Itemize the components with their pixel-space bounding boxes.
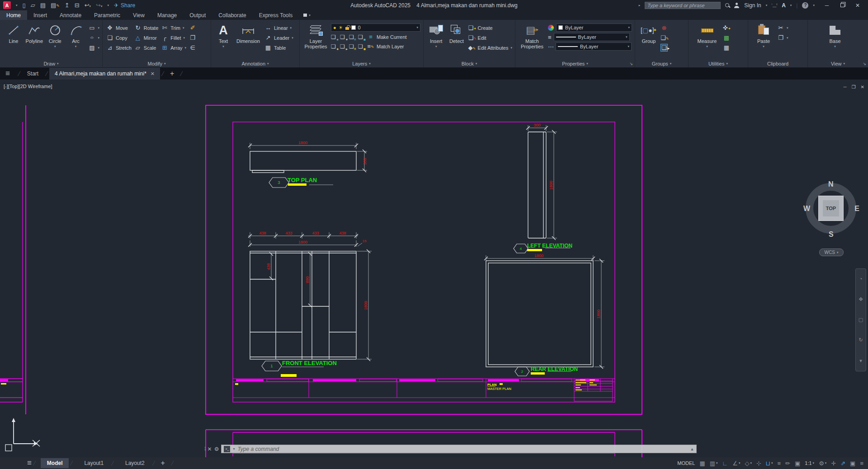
search-icon[interactable]: [725, 3, 729, 7]
dimension-button[interactable]: Dimension: [234, 22, 262, 58]
layer-dropdown[interactable]: ● ☀ 0 ▾: [331, 23, 420, 32]
tab-annotate[interactable]: Annotate: [53, 10, 88, 20]
model-tab[interactable]: Model: [41, 458, 69, 468]
tab-output[interactable]: Output: [183, 10, 212, 20]
layer-thaw-icon[interactable]: ❏▸: [340, 43, 347, 50]
edit-attributes-button[interactable]: ◆✎Edit Attributes▾: [468, 43, 512, 52]
ribbon-display-toggle[interactable]: ▾: [299, 10, 315, 20]
layer-isolate-icon[interactable]: ❏●: [331, 34, 338, 40]
object-color-dropdown[interactable]: ByLayer▾: [556, 23, 632, 32]
ellipse-tool-button[interactable]: ○▾: [89, 33, 100, 42]
layer-freeze-icon[interactable]: ❏✳: [349, 34, 356, 40]
document-tab[interactable]: 4 Almari,meja makan dan rumah mini* ✕: [49, 68, 160, 80]
file-tabs-menu-icon[interactable]: ≡: [0, 69, 16, 78]
view-cube[interactable]: N W E S TOP: [804, 182, 859, 237]
command-customize-wrench-icon[interactable]: ⚙: [214, 446, 219, 452]
autocad-app-logo[interactable]: A: [3, 1, 11, 9]
isometric-drafting-icon[interactable]: ◇▾: [745, 460, 752, 467]
signin-caret-icon[interactable]: ▾: [766, 4, 768, 7]
explode-button[interactable]: ❐: [189, 33, 196, 42]
search-input[interactable]: [645, 2, 721, 9]
measure-button[interactable]: Measure▾: [695, 22, 719, 58]
start-tab[interactable]: Start: [22, 68, 44, 80]
restore-button[interactable]: [835, 0, 850, 10]
detect-button[interactable]: Detect: [448, 22, 465, 58]
compass-east[interactable]: E: [854, 205, 859, 213]
polar-tracking-icon[interactable]: ∠▾: [732, 460, 740, 467]
layer-lock-tool-icon[interactable]: ❏■: [358, 34, 365, 40]
command-prompt-icon[interactable]: >_: [224, 446, 230, 452]
document-tab-close-icon[interactable]: ✕: [151, 71, 155, 77]
leader-button[interactable]: ↗Leader▾: [264, 33, 293, 42]
share-button[interactable]: ✈ Share: [114, 2, 135, 9]
object-snap-tracking-icon[interactable]: ⊹: [756, 460, 761, 467]
tab-view[interactable]: View: [127, 10, 151, 20]
compass-north[interactable]: N: [828, 180, 834, 188]
cut-clip-button[interactable]: ✂▾: [777, 23, 788, 32]
command-input-bar[interactable]: >_ ▾ Type a command ▲: [221, 445, 697, 453]
help-caret-icon[interactable]: ▾: [813, 4, 815, 7]
tab-insert[interactable]: Insert: [27, 10, 53, 20]
linetype-dropdown[interactable]: ByLayer▾: [556, 42, 632, 51]
panel-view-label[interactable]: View▾: [808, 61, 868, 66]
panel-clipboard-label[interactable]: Clipboard: [748, 61, 807, 66]
new-layout-button[interactable]: +: [156, 459, 170, 467]
layout2-tab[interactable]: Layout2: [119, 458, 151, 468]
orbit-icon[interactable]: ↻: [859, 337, 863, 343]
panel-properties-label[interactable]: Properties▾: [515, 61, 635, 66]
navigation-bar[interactable]: ◔ ✥ ▢ ↻ ▾: [855, 268, 866, 371]
undo-icon[interactable]: ↩▾: [85, 2, 91, 8]
copy-clip-button[interactable]: ❐▾: [777, 33, 788, 42]
workspace-gear-icon[interactable]: ⚙▾: [819, 460, 826, 467]
dynamic-input-icon[interactable]: ✏: [785, 460, 790, 467]
erase-button[interactable]: ✐: [189, 23, 196, 32]
annotation-scale-button[interactable]: 1:1▾: [805, 460, 814, 466]
make-current-button[interactable]: ≡Make Current: [367, 33, 407, 41]
command-input-placeholder[interactable]: Type a command: [237, 446, 279, 452]
panel-draw-label[interactable]: Draw▾: [0, 61, 102, 66]
new-drawing-tab-button[interactable]: +: [165, 70, 179, 78]
arc-tool-button[interactable]: Arc▾: [66, 22, 86, 58]
rotate-button[interactable]: ↻Rotate: [134, 23, 158, 32]
hardware-monitor-icon[interactable]: ▣: [850, 460, 855, 467]
navbar-more-icon[interactable]: ▾: [859, 358, 862, 364]
minimize-button[interactable]: ─: [819, 0, 835, 10]
circle-tool-button[interactable]: Circle▾: [45, 22, 65, 58]
fillet-button[interactable]: ╭Fillet▾: [161, 33, 186, 42]
pan-icon[interactable]: ✥: [859, 296, 863, 302]
annotation-monitor-icon[interactable]: ✛: [831, 460, 836, 467]
snap-mode-icon[interactable]: ▥▾: [710, 460, 718, 467]
panel-modify-label[interactable]: Modify▾: [103, 61, 211, 66]
model-space-canvas[interactable]: [-][Top][2D Wireframe] ─ ❐ ✕ N W E S TOP…: [0, 80, 868, 457]
panel-block-label[interactable]: Block▾: [424, 61, 515, 66]
tab-express-tools[interactable]: Express Tools: [253, 10, 299, 20]
open-folder-icon[interactable]: ▱: [31, 2, 35, 8]
command-history-icon[interactable]: ▲: [690, 447, 694, 451]
store-cart-icon[interactable]: [772, 4, 777, 7]
open-web-mobile-icon[interactable]: ↥: [65, 2, 70, 8]
grid-display-icon[interactable]: ▦: [699, 460, 705, 467]
insert-block-button[interactable]: Insert▾: [427, 22, 445, 58]
panel-layers-label[interactable]: Layers▾: [300, 61, 423, 66]
layer-off-icon[interactable]: ❏●: [331, 43, 338, 50]
group-button[interactable]: [▢●]✦ Group: [639, 22, 659, 58]
new-file-icon[interactable]: ▯: [23, 2, 26, 8]
close-button[interactable]: ✕: [850, 0, 865, 10]
rectangle-tool-button[interactable]: ▭▾: [89, 23, 100, 32]
join-button[interactable]: ∈: [189, 43, 196, 52]
move-button[interactable]: ✥Move: [106, 23, 132, 32]
panel-groups-label[interactable]: Groups▾: [635, 61, 688, 66]
save-icon[interactable]: ▤: [40, 2, 46, 8]
compass-west[interactable]: W: [803, 205, 810, 213]
layer-unlock-icon[interactable]: ❏■: [358, 43, 365, 50]
scale-button[interactable]: ▱Scale: [134, 43, 158, 52]
stretch-button[interactable]: ⊿Stretch: [106, 43, 132, 52]
line-tool-button[interactable]: Line: [4, 22, 24, 58]
hatch-tool-button[interactable]: ▨▾: [89, 43, 100, 52]
panel-utilities-label[interactable]: Utilities▾: [689, 61, 748, 66]
view-cube-top-face[interactable]: TOP: [818, 196, 844, 221]
select-region-button[interactable]: ▩: [723, 33, 730, 42]
paste-button[interactable]: Paste▾: [754, 22, 774, 58]
signin-button[interactable]: Sign In: [744, 2, 761, 9]
layout1-tab[interactable]: Layout1: [78, 458, 110, 468]
